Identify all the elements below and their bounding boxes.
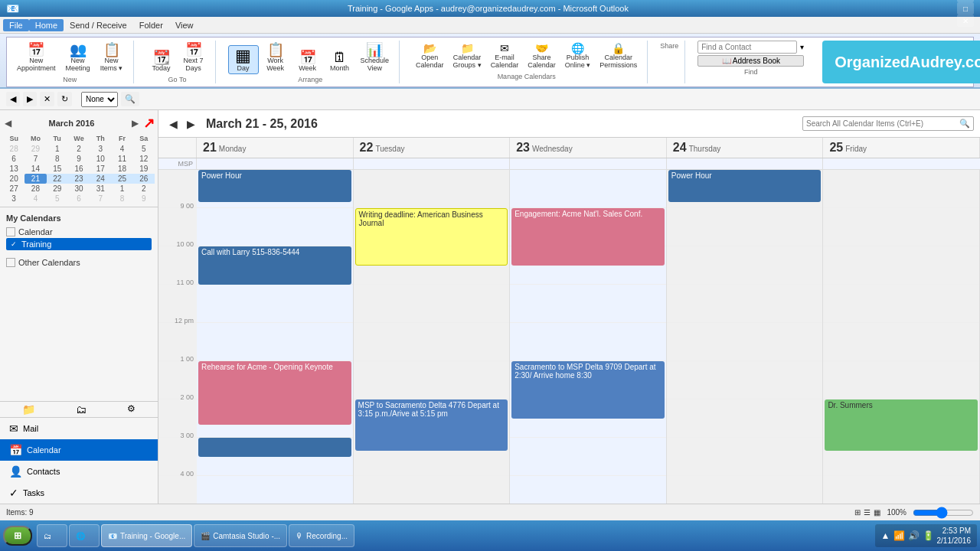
taskbar-browser[interactable]: 🌐 <box>69 524 100 547</box>
thursday-column[interactable]: Power Hour <box>667 170 824 504</box>
mini-cal-day-5-6[interactable]: 9 <box>133 194 155 204</box>
mini-cal-day-1-5[interactable]: 11 <box>111 154 132 164</box>
mini-cal-day-2-3[interactable]: 16 <box>68 164 90 174</box>
day-4-slot-8[interactable] <box>667 476 823 504</box>
category-select[interactable]: None <box>81 92 118 107</box>
mini-cal-day-1-0[interactable]: 6 <box>3 154 24 164</box>
org-audrey-logo[interactable]: OrganizedAudrey.com <box>822 41 980 83</box>
monday-column[interactable]: Power HourCall with Larry 515-836-5444Re… <box>197 170 354 504</box>
taskbar-outlook[interactable]: 📧 Training - Google... <box>101 524 192 547</box>
view-day-button[interactable]: ▦ Day <box>228 45 259 74</box>
mini-cal-day-1-3[interactable]: 9 <box>68 154 90 164</box>
mini-cal-day-4-2[interactable]: 29 <box>47 184 68 194</box>
day-4-slot-2[interactable] <box>667 246 823 285</box>
start-button[interactable]: ⊞ <box>3 526 32 546</box>
mini-cal-day-4-4[interactable]: 31 <box>90 184 111 194</box>
calendar-permissions-button[interactable]: 🔒 CalendarPermissions <box>596 41 641 71</box>
mini-cal-day-2-4[interactable]: 17 <box>90 164 111 174</box>
day-4-slot-1[interactable] <box>667 208 823 246</box>
close-button[interactable]: ✕ <box>957 15 974 27</box>
calendar-groups-button[interactable]: 📁 CalendarGroups ▾ <box>449 41 485 71</box>
mini-cal-day-5-2[interactable]: 5 <box>47 194 68 204</box>
calendar-body[interactable]: 8 am9 0010 0011 0012 pm1 002 003 004 005… <box>158 170 980 504</box>
day-3-slot-3[interactable] <box>510 285 666 323</box>
mini-cal-day-3-5[interactable]: 25 <box>111 174 132 184</box>
mini-cal-day-2-2[interactable]: 15 <box>47 164 68 174</box>
mini-cal-day-0-6[interactable]: 5 <box>133 144 155 154</box>
next7days-button[interactable]: 📅 Next 7Days <box>178 41 209 74</box>
new-appointment-button[interactable]: 📅 NewAppointment <box>13 41 60 74</box>
calendar-event[interactable]: Writing deadline: American Business Jour… <box>355 208 508 266</box>
cal-next-button[interactable]: ▶ <box>182 116 200 132</box>
mini-cal-day-5-0[interactable]: 3 <box>3 194 24 204</box>
day-5-slot-3[interactable] <box>823 285 979 323</box>
toolbar-back-button[interactable]: ◀ <box>6 92 20 106</box>
day-4-slot-3[interactable] <box>667 285 823 323</box>
nav-folder2-icon[interactable]: 🗂 <box>76 403 87 416</box>
toolbar-search-button[interactable]: 🔍 <box>121 92 139 106</box>
publish-online-button[interactable]: 🌐 PublishOnline ▾ <box>561 41 595 71</box>
new-items-button[interactable]: 📋 NewItems ▾ <box>96 41 127 74</box>
mini-cal-day-4-1[interactable]: 28 <box>24 184 46 194</box>
mini-cal-day-0-2[interactable]: 1 <box>47 144 68 154</box>
toolbar-stop-button[interactable]: ✕ <box>40 92 54 106</box>
day-5-slot-2[interactable] <box>823 246 979 285</box>
day-3-slot-0[interactable] <box>510 170 666 208</box>
nav-settings-icon[interactable]: ⚙ <box>127 403 136 416</box>
view-week-button[interactable]: 📅 Week <box>292 48 323 74</box>
mini-cal-day-4-0[interactable]: 27 <box>3 184 24 194</box>
cal-prev-button[interactable]: ◀ <box>165 116 182 132</box>
mini-cal-day-5-5[interactable]: 8 <box>111 194 132 204</box>
mini-cal-day-1-4[interactable]: 10 <box>90 154 111 164</box>
day-1-slot-8[interactable] <box>197 476 353 504</box>
day-1-slot-1[interactable] <box>197 208 353 246</box>
mini-cal-day-0-1[interactable]: 29 <box>24 144 46 154</box>
day-2-slot-0[interactable] <box>354 170 510 208</box>
calendar-event[interactable]: Dr. Summers <box>825 399 978 451</box>
mini-cal-day-5-1[interactable]: 4 <box>24 194 46 204</box>
view-schedule-button[interactable]: 📊 ScheduleView <box>357 41 394 74</box>
calendar-checkbox-calendar[interactable] <box>6 227 15 236</box>
mini-cal-day-0-0[interactable]: 28 <box>3 144 24 154</box>
day-2-slot-5[interactable] <box>354 361 510 399</box>
taskbar-camtasia[interactable]: 🎬 Camtasia Studio -... <box>194 524 287 547</box>
find-dropdown-icon[interactable]: ▾ <box>800 43 804 51</box>
taskbar-recording[interactable]: 🎙 Recording... <box>289 524 354 547</box>
calendar-event[interactable]: Rehearse for Acme - Opening Keynote <box>198 361 351 425</box>
other-calendars-item[interactable]: Other Calendars <box>6 256 152 269</box>
tuesday-column[interactable]: Writing deadline: American Business Jour… <box>354 170 511 504</box>
nav-mail-button[interactable]: ✉ Mail <box>0 418 158 439</box>
mini-cal-day-5-4[interactable]: 7 <box>90 194 111 204</box>
calendar-event[interactable]: MSP to Sacramento Delta 4776 Depart at 3… <box>355 399 508 451</box>
day-5-slot-0[interactable] <box>823 170 979 208</box>
day-4-slot-4[interactable] <box>667 323 823 361</box>
wednesday-column[interactable]: Engagement: Acme Nat'l. Sales Conf.Sacra… <box>510 170 667 504</box>
view-month-button[interactable]: 🗓 Month <box>325 48 355 74</box>
calendar-event[interactable]: Power Hour <box>668 170 822 202</box>
day-3-slot-4[interactable] <box>510 323 666 361</box>
mini-cal-prev[interactable]: ◀ <box>3 118 13 129</box>
mini-cal-day-1-2[interactable]: 8 <box>47 154 68 164</box>
mini-cal-next[interactable]: ▶ <box>130 118 140 129</box>
mini-cal-day-3-3[interactable]: 23 <box>68 174 90 184</box>
day-1-slot-3[interactable] <box>197 285 353 323</box>
address-book-button[interactable]: 📖 Address Book <box>697 55 804 67</box>
calendar-event[interactable]: Sacramento to MSP Delta 9709 Depart at 2… <box>511 361 665 419</box>
new-meeting-button[interactable]: 👥 NewMeeting <box>61 41 95 74</box>
calendar-checkbox-training[interactable] <box>9 240 18 249</box>
search-icon[interactable]: 🔍 <box>959 119 970 129</box>
mini-cal-day-0-4[interactable]: 3 <box>90 144 111 154</box>
mini-cal-day-5-3[interactable]: 6 <box>68 194 90 204</box>
toolbar-refresh-button[interactable]: ↻ <box>57 92 72 106</box>
nav-calendar-button[interactable]: 📅 Calendar <box>0 439 158 461</box>
day-5-slot-8[interactable] <box>823 476 979 504</box>
calendar-item-training[interactable]: Training <box>6 238 152 250</box>
mini-cal-day-4-3[interactable]: 30 <box>68 184 90 194</box>
share-calendar-button[interactable]: 🤝 ShareCalendar <box>524 41 560 71</box>
day-4-slot-7[interactable] <box>667 438 823 476</box>
mini-cal-day-3-4[interactable]: 24 <box>90 174 111 184</box>
menu-send-receive[interactable]: Send / Receive <box>64 19 133 31</box>
day-3-slot-7[interactable] <box>510 438 666 476</box>
menu-view[interactable]: View <box>169 19 200 31</box>
calendar-event[interactable]: Power Hour <box>198 170 351 202</box>
